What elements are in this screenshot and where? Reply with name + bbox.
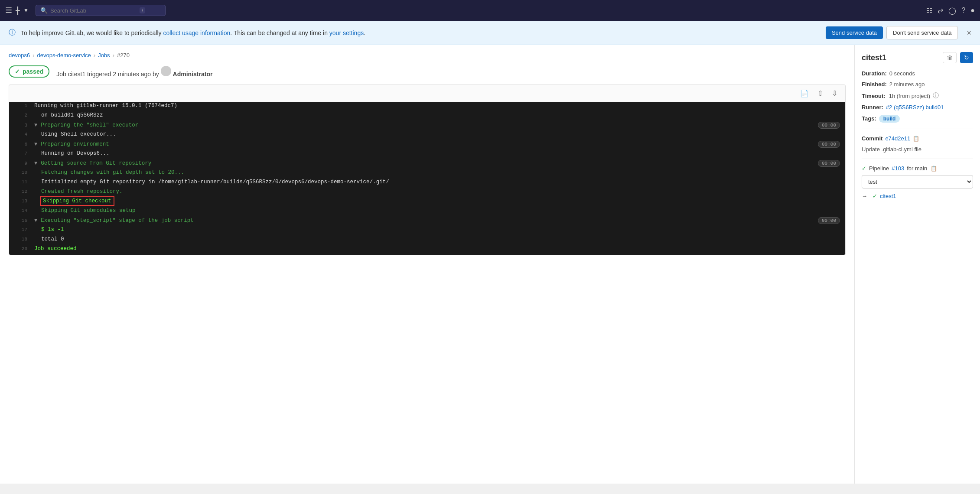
job-info: Job citest1 triggered 2 minutes ago by A… bbox=[56, 66, 212, 78]
finished-row: Finished: 2 minutes ago bbox=[862, 81, 973, 88]
triggered-by-user: Administrator bbox=[173, 71, 213, 78]
sidebar-title-actions: 🗑 ↻ bbox=[943, 52, 973, 63]
doc-icon[interactable]: ☷ bbox=[926, 6, 932, 15]
right-sidebar: citest1 🗑 ↻ Duration: 0 seconds Finished… bbox=[854, 45, 980, 484]
timeout-help-icon[interactable]: ⓘ bbox=[933, 92, 939, 100]
todo-icon[interactable]: ◯ bbox=[948, 6, 956, 15]
collect-usage-link[interactable]: collect usage information bbox=[163, 29, 230, 36]
collapse-6[interactable]: ▼ bbox=[34, 141, 37, 147]
sidebar-job-title: citest1 bbox=[862, 53, 886, 62]
commit-hash-link[interactable]: e74d2e11 bbox=[885, 135, 910, 142]
pipeline-number-link[interactable]: #103 bbox=[892, 165, 904, 172]
runner-label: Runner: bbox=[862, 104, 883, 110]
delete-job-button[interactable]: 🗑 bbox=[943, 52, 957, 63]
info-icon: ⓘ bbox=[9, 28, 16, 37]
term-line-12: 12 Created fresh repository. bbox=[9, 188, 845, 198]
copy-commit-icon[interactable]: 📋 bbox=[913, 136, 919, 142]
terminal: 1 Running with gitlab-runner 15.0.1 (767… bbox=[9, 102, 846, 255]
user-icon[interactable]: ● bbox=[970, 6, 975, 14]
hamburger-icon[interactable]: ☰ bbox=[5, 6, 12, 15]
term-line-18: 18 total 0 bbox=[9, 236, 845, 245]
timeout-value: 1h (from project) bbox=[889, 93, 930, 99]
runner-link[interactable]: #2 (q5S6RSzz) build01 bbox=[886, 104, 944, 110]
job-success-icon: ✓ bbox=[873, 193, 877, 199]
nav-chevron-icon[interactable]: ▼ bbox=[23, 7, 29, 13]
line-time-6: 00:00 bbox=[818, 141, 840, 148]
help-icon[interactable]: ? bbox=[961, 6, 965, 14]
line-time-3: 00:00 bbox=[818, 122, 840, 129]
search-input[interactable] bbox=[50, 7, 137, 14]
breadcrumb-demo-service[interactable]: devops-demo-service bbox=[37, 52, 91, 58]
commit-row: Commit e74d2e11 📋 bbox=[862, 135, 973, 142]
sidebar-title-row: citest1 🗑 ↻ bbox=[862, 52, 973, 63]
breadcrumb-sep-1: › bbox=[33, 52, 34, 58]
banner-actions: Send service data Don't send service dat… bbox=[826, 26, 958, 39]
timeout-label: Timeout: bbox=[862, 93, 886, 99]
timeout-row: Timeout: 1h (from project) ⓘ bbox=[862, 92, 973, 100]
banner-close-button[interactable]: × bbox=[967, 29, 971, 37]
terminal-toolbar: 📄 ⇧ ⇩ bbox=[9, 84, 846, 102]
nav-right: ☷ ⇄ ◯ ? ● bbox=[926, 6, 975, 15]
term-line-9: 9 ▼ Getting source from Git repository 0… bbox=[9, 159, 845, 169]
stage-select[interactable]: test bbox=[862, 175, 973, 188]
term-line-11: 11 Initialized empty Git repository in /… bbox=[9, 179, 845, 188]
term-line-17: 17 $ ls -l bbox=[9, 226, 845, 236]
sidebar-divider-2 bbox=[862, 159, 973, 159]
user-avatar bbox=[161, 66, 171, 76]
finished-value: 2 minutes ago bbox=[889, 81, 925, 88]
scroll-up-button[interactable]: ⇧ bbox=[815, 88, 826, 98]
breadcrumb-devops6[interactable]: devops6 bbox=[9, 52, 30, 58]
merge-request-icon[interactable]: ⇄ bbox=[938, 6, 943, 15]
tags-label: Tags: bbox=[862, 115, 876, 122]
check-icon: ✓ bbox=[15, 68, 20, 75]
pipeline-label: Pipeline bbox=[869, 165, 889, 172]
scroll-down-button[interactable]: ⇩ bbox=[829, 88, 840, 98]
pipeline-branch-text: for main bbox=[907, 165, 927, 172]
collapse-16[interactable]: ▼ bbox=[34, 218, 37, 224]
skipping-git-checkout-highlight: Skipping Git checkout bbox=[41, 198, 113, 205]
copy-pipeline-icon[interactable]: 📋 bbox=[931, 166, 937, 172]
raw-log-button[interactable]: 📄 bbox=[798, 88, 811, 98]
breadcrumb-jobs[interactable]: Jobs bbox=[98, 52, 110, 58]
collapse-9[interactable]: ▼ bbox=[34, 160, 37, 166]
job-arrow-icon: → bbox=[862, 193, 867, 199]
job-name-link[interactable]: citest1 bbox=[880, 193, 896, 199]
breadcrumb-job-id: #270 bbox=[117, 52, 130, 58]
term-line-4: 4 Using Shell executor... bbox=[9, 131, 845, 140]
banner-text: To help improve GitLab, we would like to… bbox=[21, 29, 820, 36]
commit-message-row: Update .gitlab-ci.yml file bbox=[862, 146, 973, 153]
dont-send-button[interactable]: Don't send service data bbox=[886, 26, 958, 39]
usage-banner: ⓘ To help improve GitLab, we would like … bbox=[0, 21, 980, 45]
duration-row: Duration: 0 seconds bbox=[862, 70, 973, 77]
job-status-bar: ✓ passed Job citest1 triggered 2 minutes… bbox=[9, 65, 846, 78]
line-time-16: 00:00 bbox=[818, 217, 840, 224]
runner-row: Runner: #2 (q5S6RSzz) build01 bbox=[862, 104, 973, 110]
commit-label: Commit bbox=[862, 135, 882, 142]
send-service-data-button[interactable]: Send service data bbox=[826, 26, 883, 39]
status-text: passed bbox=[23, 68, 43, 75]
term-line-16: 16 ▼ Executing "step_script" stage of th… bbox=[9, 217, 845, 226]
settings-link[interactable]: your settings bbox=[329, 29, 364, 36]
status-badge: ✓ passed bbox=[9, 65, 49, 78]
collapse-3[interactable]: ▼ bbox=[34, 122, 37, 128]
commit-message: Update .gitlab-ci.yml file bbox=[862, 146, 921, 153]
pipeline-info-row: ✓ Pipeline #103 for main 📋 bbox=[862, 165, 973, 172]
term-line-7: 7 Running on Devops6... bbox=[9, 150, 845, 159]
content-area: devops6 › devops-demo-service › Jobs › #… bbox=[0, 45, 854, 484]
topnav: ☰ ╋ ▼ 🔍 / ☷ ⇄ ◯ ? ● bbox=[0, 0, 980, 21]
term-line-2: 2 on build01 q5S6RSzz bbox=[9, 112, 845, 121]
nav-plus-icon[interactable]: ╋ bbox=[16, 6, 20, 15]
pipeline-success-icon: ✓ bbox=[862, 165, 866, 172]
duration-label: Duration: bbox=[862, 70, 887, 77]
term-line-20: 20 Job succeeded bbox=[9, 245, 845, 255]
term-line-6: 6 ▼ Preparing environment 00:00 bbox=[9, 140, 845, 150]
search-bar[interactable]: 🔍 / bbox=[36, 5, 166, 16]
term-line-10: 10 Fetching changes with git depth set t… bbox=[9, 169, 845, 179]
term-line-3: 3 ▼ Preparing the "shell" executor 00:00 bbox=[9, 121, 845, 131]
breadcrumb-sep-3: › bbox=[113, 52, 114, 58]
duration-value: 0 seconds bbox=[889, 70, 915, 77]
line-time-9: 00:00 bbox=[818, 160, 840, 167]
retry-job-button[interactable]: ↻ bbox=[960, 52, 973, 63]
term-line-13: 13 Skipping Git checkout bbox=[9, 198, 845, 207]
sidebar-divider-1 bbox=[862, 129, 973, 129]
